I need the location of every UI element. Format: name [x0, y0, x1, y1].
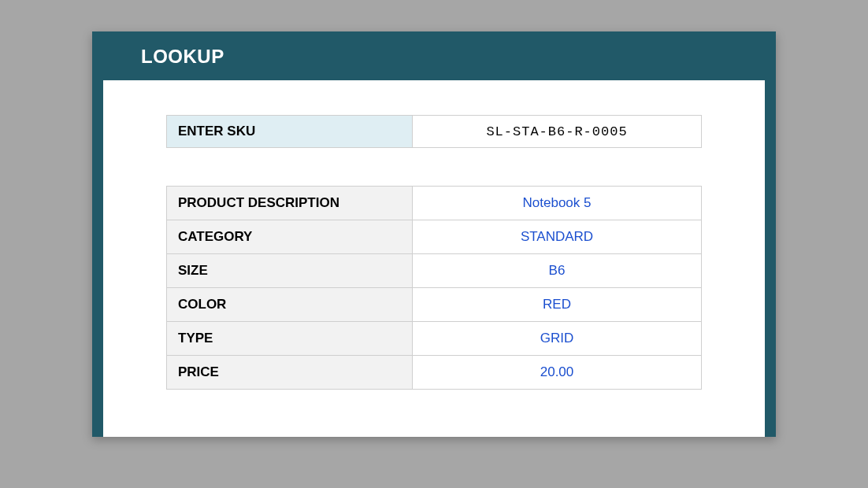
table-row: COLOR RED — [167, 288, 702, 322]
result-value-color: RED — [413, 288, 702, 322]
sku-input[interactable] — [413, 116, 701, 147]
table-row: TYPE GRID — [167, 322, 702, 356]
result-value-category: STANDARD — [413, 220, 702, 254]
result-value-type: GRID — [413, 322, 702, 356]
result-value-price: 20.00 — [413, 356, 702, 390]
result-label-category: CATEGORY — [167, 220, 413, 254]
result-label-type: TYPE — [167, 322, 413, 356]
panel-header: LOOKUP — [92, 31, 776, 80]
result-value-size: B6 — [413, 254, 702, 288]
result-label-size: SIZE — [167, 254, 413, 288]
table-row: PRODUCT DESCRIPTION Notebook 5 — [167, 187, 702, 220]
lookup-panel: LOOKUP ENTER SKU PRODUCT DESCRIPTION Not… — [92, 31, 776, 437]
table-row: PRICE 20.00 — [167, 356, 702, 390]
sku-input-cell — [413, 116, 701, 147]
table-row: SIZE B6 — [167, 254, 702, 288]
result-label-product-description: PRODUCT DESCRIPTION — [167, 187, 413, 220]
table-row: CATEGORY STANDARD — [167, 220, 702, 254]
panel-title: LOOKUP — [141, 46, 752, 68]
result-table: PRODUCT DESCRIPTION Notebook 5 CATEGORY … — [166, 186, 702, 390]
result-label-price: PRICE — [167, 356, 413, 390]
sku-row: ENTER SKU — [166, 115, 702, 148]
panel-body: ENTER SKU PRODUCT DESCRIPTION Notebook 5… — [103, 80, 765, 437]
result-value-product-description: Notebook 5 — [413, 187, 702, 220]
sku-input-label: ENTER SKU — [167, 116, 413, 147]
result-label-color: COLOR — [167, 288, 413, 322]
